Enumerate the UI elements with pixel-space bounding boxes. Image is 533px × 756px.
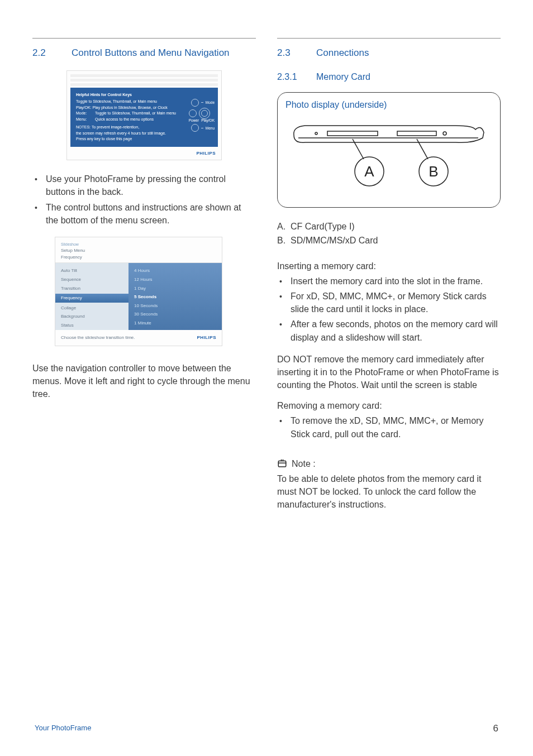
legend-row: A. CF Card(Type I) (277, 220, 501, 233)
nav-pad-icon (199, 108, 210, 119)
underside-diagram: A B (285, 116, 492, 194)
list-item: 1 Day (134, 285, 216, 292)
legend-value: SD/MMC/MS/xD Card (291, 234, 378, 247)
list-item: To remove the xD, SD, MMC, MMC+, or Memo… (279, 414, 501, 440)
list-item: Collage (61, 305, 123, 312)
list-item: Background (61, 313, 123, 320)
section-number: 2.3 (277, 46, 316, 60)
legend-value: CF Card(Type I) (291, 220, 355, 233)
list-item: Sequence (61, 276, 123, 283)
brand-label: PHILIPS (70, 147, 218, 158)
mode-button-icon (191, 99, 199, 107)
subsection-title: Memory Card (316, 70, 370, 83)
right-column: 2.3 Connections 2.3.1 Memory Card Photo … (277, 38, 501, 511)
list-item: 10 Seconds (134, 303, 216, 309)
legend-row: B. SD/MMC/MS/xD Card (277, 234, 501, 247)
list-item: The control buttons and instructions are… (35, 201, 256, 227)
list-item: Insert the memory card into the slot in … (279, 275, 501, 288)
legend-key: A. (277, 220, 288, 233)
section-rule (277, 38, 501, 39)
left-column: 2.2 Control Buttons and Menu Navigation … (32, 38, 256, 511)
setup-left-list: Auto Tilt Sequence Transition Frequency … (55, 263, 129, 330)
setup-right-list: 4 Hours 12 Hours 1 Day 5 Seconds 10 Seco… (129, 263, 222, 330)
navigation-paragraph: Use the navigation controller to move be… (32, 362, 256, 401)
note-label: Note : (292, 457, 316, 470)
list-item: 30 Seconds (134, 311, 216, 318)
figure-hints-panel: Helpful Hints for Control Keys Toggle to… (66, 70, 222, 161)
inserting-title: Inserting a memory card: (277, 260, 501, 272)
figure-underside: Photo display (underside) (277, 92, 501, 208)
hints-key: Menu: (76, 117, 95, 123)
hints-header: Helpful Hints for Control Keys (76, 92, 212, 98)
label-mode: Mode (206, 100, 215, 106)
section-heading-2-2: 2.2 Control Buttons and Menu Navigation (32, 46, 256, 60)
section-rule (32, 38, 256, 39)
hints-key: Mode: (76, 111, 95, 117)
setup-breadcrumb: Slideshow (61, 242, 216, 247)
list-item: 12 Hours (134, 276, 216, 283)
figure-title: Photo display (underside) (285, 98, 492, 111)
setup-caption: Choose the slideshow transition time. (61, 334, 135, 341)
control-diagram: Mode Power Play/OK Menu (189, 99, 215, 133)
label-menu: Menu (206, 126, 215, 131)
legend-key: B. (277, 234, 288, 247)
setup-title: Setup Menu (61, 247, 216, 254)
menu-button-icon (191, 124, 199, 132)
inserting-bullets: Insert the memory card into the slot in … (277, 275, 501, 344)
list-item: 4 Hours (134, 267, 216, 274)
section-number: 2.2 (32, 46, 72, 60)
list-item: Use your PhotoFrame by pressing the cont… (35, 173, 256, 198)
label-power: Power (189, 118, 199, 123)
svg-rect-1 (327, 131, 378, 136)
warning-paragraph: DO NOT remove the memory card immediatel… (277, 353, 501, 392)
list-item: For xD, SD, MMC, MMC+, or Memory Stick c… (279, 290, 501, 315)
hints-val: Toggle to Slideshow, Thumbnail, or Main … (95, 111, 176, 117)
removing-bullets: To remove the xD, SD, MMC, MMC+, or Memo… (277, 414, 501, 440)
section-title: Connections (316, 46, 369, 60)
subsection-heading-2-3-1: 2.3.1 Memory Card (277, 70, 501, 83)
svg-point-3 (443, 132, 446, 135)
note-icon (277, 458, 287, 468)
hints-val: Quick access to the menu options (95, 117, 154, 123)
list-item: Status (61, 322, 123, 329)
page-columns: 2.2 Control Buttons and Menu Navigation … (32, 38, 501, 511)
footer-section-title: Your PhotoFrame (35, 723, 91, 734)
svg-point-4 (315, 132, 317, 135)
bullet-list-intro: Use your PhotoFrame by pressing the cont… (32, 173, 256, 227)
list-item: After a few seconds, photos on the memor… (279, 318, 501, 343)
subsection-number: 2.3.1 (277, 70, 316, 83)
section-title: Control Buttons and Menu Navigation (72, 46, 230, 60)
setup-crumb: Frequency (61, 254, 216, 261)
footer-page-number: 6 (493, 722, 498, 736)
note-body: To be able to delete photos from the mem… (277, 472, 501, 511)
power-button-icon (189, 109, 197, 117)
hints-blue-panel: Helpful Hints for Control Keys Toggle to… (70, 88, 218, 147)
legend: A. CF Card(Type I) B. SD/MMC/MS/xD Card (277, 220, 501, 247)
section-heading-2-3: 2.3 Connections (277, 46, 501, 60)
list-item: Transition (61, 285, 123, 292)
list-item: 1 Minute (134, 320, 216, 327)
figure-setup-menu: Slideshow Setup Menu Frequency Auto Tilt… (55, 237, 222, 346)
note-header: Note : (277, 457, 501, 470)
svg-rect-2 (397, 131, 436, 136)
svg-rect-9 (278, 461, 286, 467)
hints-note-line: Press any key to close this page (76, 136, 212, 142)
list-item-selected: 5 Seconds (134, 294, 216, 300)
list-item: Auto Tilt (61, 267, 123, 274)
brand-label: PHILIPS (197, 334, 216, 341)
label-a: A (364, 163, 374, 180)
label-b: B (429, 163, 438, 180)
list-item-selected: Frequency (55, 294, 129, 303)
removing-title: Removing a memory card: (277, 399, 501, 412)
